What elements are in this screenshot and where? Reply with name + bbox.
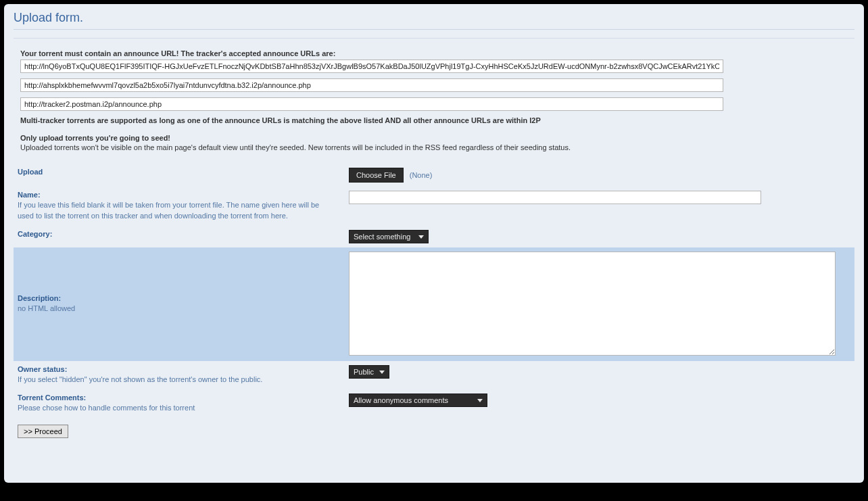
name-input[interactable] [349,191,761,204]
multitracker-note: Multi-tracker torrents are supported as … [20,116,848,124]
comments-label: Torrent Comments: [18,393,341,402]
announce-url-2[interactable] [20,78,723,92]
announce-url-1[interactable] [20,59,723,73]
description-hint: no HTML allowed [18,304,329,314]
file-none-text: (None) [410,171,433,179]
owner-hint: If you select "hidden" you're not shown … [18,375,329,385]
owner-label: Owner status: [18,365,341,373]
name-hint: If you leave this field blank it will be… [18,200,329,222]
divider [14,38,854,39]
description-textarea[interactable] [349,252,836,356]
comments-hint: Please chose how to handle comments for … [18,403,329,414]
category-select[interactable]: Select something [349,230,429,243]
choose-file-button[interactable]: Choose File [349,168,404,183]
announce-heading: Your torrent must contain an announce UR… [20,49,848,57]
upload-panel: Upload form. Your torrent must contain a… [4,4,864,483]
form-table: Upload Choose File (None) Name: If you l… [14,164,854,442]
seed-heading: Only upload torrents you're going to see… [20,134,848,142]
name-label: Name: [18,191,341,199]
page-title: Upload form. [14,11,854,30]
description-label: Description: [18,294,341,302]
owner-select[interactable]: Public [349,365,389,379]
announce-url-3[interactable] [20,97,723,111]
proceed-button[interactable]: >> Proceed [18,425,68,438]
seed-note: Uploaded torrents won't be visible on th… [20,143,848,151]
comments-select[interactable]: Allow anonymous comments [349,393,487,407]
upload-label: Upload [14,164,345,187]
intro-block: Your torrent must contain an announce UR… [14,49,854,151]
category-label: Category: [14,226,345,247]
